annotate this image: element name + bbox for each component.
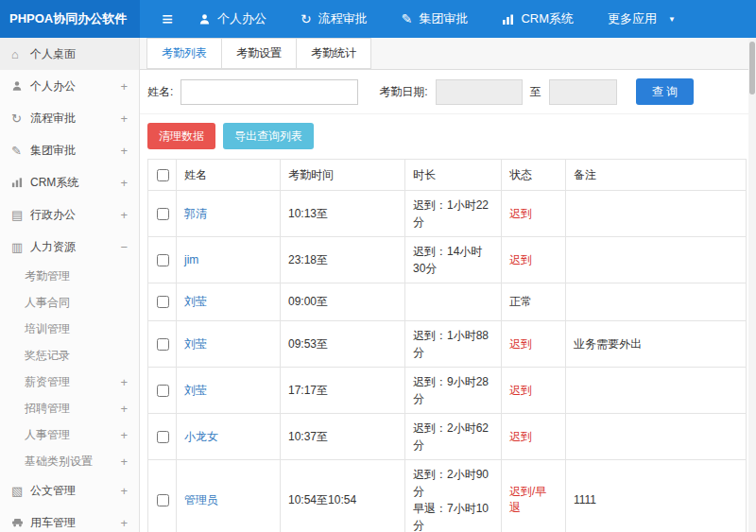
date-to-label: 至	[530, 84, 541, 100]
sidebar-item-workflow-approval[interactable]: ↻ 流程审批 +	[0, 102, 139, 134]
employee-name-link[interactable]: 刘莹	[184, 384, 207, 397]
table-header-row: 姓名 考勤时间 时长 状态 备注	[148, 160, 747, 191]
row-checkbox[interactable]	[157, 431, 169, 443]
sidebar-item-label: 人事合同	[25, 295, 128, 311]
scrollbar-thumb[interactable]	[749, 42, 755, 94]
sidebar-item-label: 个人办公	[30, 78, 120, 94]
nav-label: 个人办公	[217, 10, 266, 27]
sidebar-item-crm-system[interactable]: CRM系统 +	[0, 166, 139, 198]
expand-indicator: +	[120, 375, 128, 389]
row-checkbox[interactable]	[157, 385, 169, 397]
note-cell	[566, 368, 747, 414]
sidebar-subitem-salary-management[interactable]: 薪资管理 +	[0, 369, 139, 395]
employee-name-link[interactable]: 刘莹	[184, 295, 207, 308]
sidebar-subitem-training-management[interactable]: 培训管理	[0, 316, 139, 342]
employee-name-link[interactable]: 郭清	[184, 207, 207, 220]
nav-group-approval[interactable]: ✎ 集团审批	[402, 10, 469, 27]
name-filter-label: 姓名:	[147, 84, 173, 100]
sidebar-item-label: 流程审批	[30, 111, 120, 127]
attendance-time: 10:54至10:54	[281, 460, 405, 532]
employee-name-link[interactable]: 小龙女	[184, 430, 218, 443]
sidebar-item-label: 招聘管理	[25, 401, 120, 417]
sidebar-subitem-base-category-settings[interactable]: 基础类别设置 +	[0, 448, 139, 474]
date-start-input[interactable]	[436, 79, 523, 105]
nav-crm-system[interactable]: CRM系统	[502, 10, 574, 27]
sidebar-item-personal-desktop[interactable]: ⌂ 个人桌面	[0, 38, 139, 70]
export-list-button[interactable]: 导出查询列表	[223, 123, 314, 149]
workflow-cycle-icon: ↻	[301, 11, 312, 26]
duration-cell: 迟到：1小时22分	[405, 191, 502, 237]
document-icon: ▧	[11, 484, 30, 498]
nav-more-apps[interactable]: 更多应用 ▼	[608, 10, 676, 27]
employee-name-link[interactable]: 管理员	[184, 493, 218, 506]
sidebar-item-admin-office[interactable]: ▤ 行政办公 +	[0, 198, 139, 231]
attendance-time: 10:13至	[281, 191, 405, 237]
table-row: 管理员 10:54至10:54 迟到：2小时90分 早退：7小时10分 迟到/早…	[148, 460, 747, 532]
nav-label: 集团审批	[419, 10, 468, 27]
car-icon	[11, 517, 30, 528]
vertical-scrollbar[interactable]	[748, 38, 756, 532]
sidebar-item-vehicle-management[interactable]: 用车管理 +	[0, 506, 139, 532]
edit-icon: ✎	[11, 144, 30, 158]
sidebar-subitem-attendance-management[interactable]: 考勤管理	[0, 263, 139, 289]
sidebar-subitem-reward-punishment[interactable]: 奖惩记录	[0, 342, 139, 369]
status-cell: 迟到	[502, 414, 566, 460]
sidebar-item-personal-office[interactable]: 个人办公 +	[0, 70, 139, 102]
collapse-indicator: −	[120, 240, 128, 254]
employee-name-link[interactable]: 刘莹	[184, 337, 207, 351]
main-content: 考勤列表 考勤设置 考勤统计 姓名: 考勤日期: 至 查 询 清理数据 导出查询…	[140, 38, 756, 532]
select-all-checkbox[interactable]	[157, 169, 169, 181]
expand-indicator: +	[120, 176, 128, 190]
sidebar-item-label: 人事管理	[25, 427, 120, 443]
row-checkbox[interactable]	[157, 494, 169, 506]
expand-indicator: +	[120, 112, 128, 126]
clear-data-button[interactable]: 清理数据	[147, 123, 215, 149]
tab-attendance-statistics[interactable]: 考勤统计	[296, 38, 371, 69]
duration-cell: 迟到：2小时90分 早退：7小时10分	[405, 460, 502, 532]
status-cell: 正常	[502, 283, 566, 321]
name-filter-input[interactable]	[180, 79, 358, 105]
sidebar-item-label: 薪资管理	[25, 374, 120, 390]
column-header-duration: 时长	[405, 160, 502, 191]
sidebar-item-document-management[interactable]: ▧ 公文管理 +	[0, 474, 139, 506]
row-checkbox[interactable]	[157, 208, 169, 220]
note-cell: 1111	[566, 460, 747, 532]
sidebar-item-human-resources[interactable]: ▥ 人力资源 −	[0, 231, 139, 263]
sidebar-item-group-approval[interactable]: ✎ 集团审批 +	[0, 134, 139, 166]
expand-indicator: +	[120, 428, 128, 442]
employee-name-link[interactable]: jim	[184, 253, 198, 266]
attendance-time: 10:37至	[281, 414, 405, 460]
row-checkbox[interactable]	[157, 338, 169, 351]
tab-attendance-settings[interactable]: 考勤设置	[221, 38, 297, 69]
duration-cell: 迟到：2小时62分	[405, 414, 502, 460]
attendance-time: 09:53至	[281, 321, 405, 368]
sidebar-item-label: 行政办公	[30, 207, 120, 223]
nav-personal-office[interactable]: 个人办公	[198, 10, 266, 27]
sidebar-subitem-recruitment-management[interactable]: 招聘管理 +	[0, 395, 139, 421]
tab-attendance-list[interactable]: 考勤列表	[146, 38, 222, 69]
table-row: 刘莹 09:00至 正常	[148, 283, 747, 321]
sidebar-item-label: 培训管理	[25, 321, 128, 337]
bar-chart-icon	[11, 177, 30, 188]
topbar: PHPOA协同办公软件 ≡ 个人办公 ↻ 流程审批 ✎ 集团审批 CRM系统 更…	[0, 0, 756, 38]
nav-workflow-approval[interactable]: ↻ 流程审批	[301, 10, 368, 27]
column-header-name: 姓名	[177, 160, 281, 191]
column-header-note: 备注	[566, 160, 747, 191]
nav-label: 更多应用	[608, 10, 657, 27]
row-checkbox[interactable]	[157, 254, 169, 266]
search-button[interactable]: 查 询	[636, 78, 694, 105]
row-checkbox[interactable]	[157, 296, 169, 308]
sidebar-subitem-hr-contract[interactable]: 人事合同	[0, 289, 139, 316]
nav-label: CRM系统	[521, 10, 574, 27]
sidebar-item-label: 公文管理	[30, 483, 120, 499]
sidebar-subitem-personnel-management[interactable]: 人事管理 +	[0, 421, 139, 448]
date-end-input[interactable]	[549, 79, 617, 105]
expand-indicator: +	[120, 516, 128, 530]
hamburger-menu-icon[interactable]: ≡	[140, 0, 195, 38]
sidebar-item-label: 人力资源	[30, 239, 120, 255]
sidebar-item-label: 奖惩记录	[25, 348, 128, 364]
top-navigation: 个人办公 ↻ 流程审批 ✎ 集团审批 CRM系统 更多应用 ▼	[198, 0, 676, 38]
sidebar-item-label: CRM系统	[30, 175, 120, 191]
user-icon	[11, 80, 30, 92]
attendance-time: 17:17至	[281, 368, 405, 414]
